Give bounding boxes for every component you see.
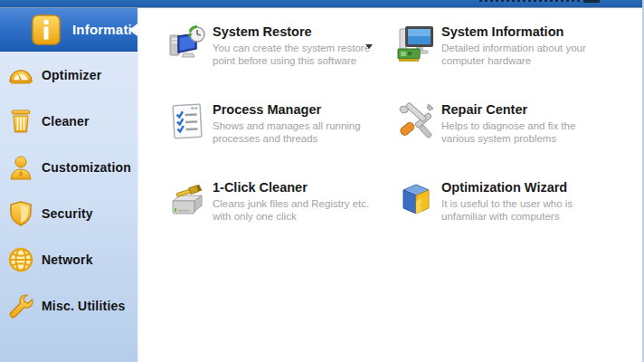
globe-icon: [7, 246, 34, 273]
feature-description: Detailed information about your computer…: [441, 42, 606, 67]
sidebar-item-label: Information: [72, 22, 149, 37]
sidebar-item-label: Optimizer: [42, 68, 101, 82]
feature-repair-center[interactable]: Repair Center Helps to diagnose and fix …: [396, 100, 639, 178]
feature-one-click-cleaner[interactable]: 1-Click Cleaner Cleans junk files and Re…: [167, 178, 396, 256]
one-click-cleaner-icon: [167, 179, 207, 219]
sidebar-item-information[interactable]: Information: [0, 8, 140, 52]
gauge-icon: [7, 62, 34, 89]
repair-center-icon: [396, 101, 436, 141]
wrench-icon: [7, 292, 34, 319]
feature-description: Helps to diagnose and fix the various sy…: [441, 119, 606, 145]
sidebar-item-security[interactable]: Security: [0, 190, 140, 236]
feature-title[interactable]: 1-Click Cleaner: [213, 180, 377, 195]
titlebar-control-fragment: [583, 0, 600, 3]
sidebar: Information Optimizer: [0, 8, 140, 362]
feature-title[interactable]: Repair Center: [441, 102, 606, 117]
feature-text: 1-Click Cleaner Cleans junk files and Re…: [213, 178, 377, 223]
feature-description: It is useful to the user who is unfamili…: [441, 197, 606, 223]
feature-text: Optimization Wizard It is useful to the …: [441, 178, 606, 223]
system-information-icon: [396, 24, 436, 63]
sidebar-item-label: Misc. Utilities: [42, 299, 125, 313]
feature-text: Repair Center Helps to diagnose and fix …: [441, 100, 606, 145]
feature-system-restore[interactable]: System Restore You can create the system…: [167, 23, 396, 100]
shield-icon: [7, 200, 34, 227]
titlebar-text-fragment: [479, 0, 581, 2]
sidebar-item-optimizer[interactable]: Optimizer: [0, 52, 140, 98]
feature-system-information[interactable]: System Information Detailed information …: [396, 23, 639, 100]
feature-optimization-wizard[interactable]: Optimization Wizard It is useful to the …: [396, 178, 639, 256]
optimization-wizard-icon: [396, 179, 436, 219]
system-restore-icon: [167, 24, 207, 63]
titlebar-strip: [0, 0, 644, 8]
feature-description: You can create the system restore point …: [213, 42, 377, 67]
feature-title[interactable]: System Restore: [213, 24, 377, 39]
feature-title[interactable]: Optimization Wizard: [441, 180, 606, 195]
feature-process-manager[interactable]: Process Manager Shows and manages all ru…: [167, 100, 396, 178]
sidebar-item-network[interactable]: Network: [0, 236, 140, 282]
feature-text: System Information Detailed information …: [441, 23, 606, 67]
sidebar-item-label: Security: [42, 206, 93, 221]
sidebar-item-misc-utilities[interactable]: Misc. Utilities: [0, 282, 140, 329]
feature-title[interactable]: System Information: [441, 24, 606, 39]
app-window: Information Optimizer: [0, 0, 644, 362]
dropdown-arrow-icon[interactable]: [365, 44, 373, 49]
trash-icon: [7, 108, 34, 135]
process-manager-icon: [167, 101, 207, 141]
selected-item-arrow: [129, 24, 137, 36]
feature-title[interactable]: Process Manager: [213, 102, 377, 117]
info-icon: [31, 14, 62, 45]
feature-grid: System Restore You can create the system…: [167, 23, 639, 256]
sidebar-item-customization[interactable]: Customization: [0, 144, 140, 190]
feature-description: Cleans junk files and Registry etc. with…: [213, 197, 377, 223]
feature-description: Shows and manages all running processes …: [213, 119, 377, 145]
feature-text: System Restore You can create the system…: [213, 23, 377, 67]
main-panel: System Restore You can create the system…: [140, 8, 642, 362]
sidebar-item-label: Network: [42, 252, 93, 267]
sidebar-item-cleaner[interactable]: Cleaner: [0, 98, 140, 144]
sidebar-item-label: Cleaner: [42, 114, 90, 129]
person-icon: [7, 154, 34, 181]
sidebar-item-label: Customization: [42, 160, 131, 175]
feature-text: Process Manager Shows and manages all ru…: [213, 100, 377, 145]
